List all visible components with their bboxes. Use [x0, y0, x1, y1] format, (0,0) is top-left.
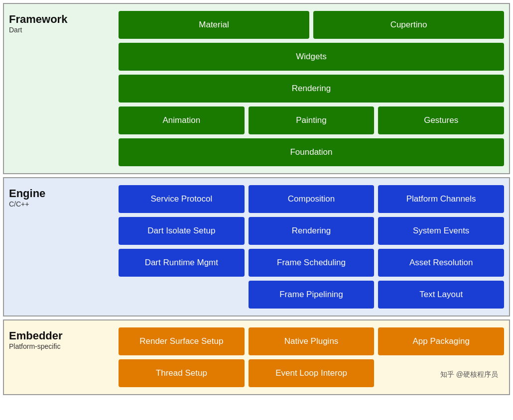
button-row: Service ProtocolCompositionPlatform Chan… [119, 185, 504, 213]
layer-button[interactable]: Dart Isolate Setup [119, 217, 245, 245]
framework-section: Framework Dart MaterialCupertinoWidgetsR… [3, 3, 510, 174]
layer-button[interactable]: Thread Setup [119, 359, 245, 387]
button-row: MaterialCupertino [119, 11, 504, 39]
button-row: Dart Isolate SetupRenderingSystem Events [119, 217, 504, 245]
engine-section: Engine C/C++ Service ProtocolComposition… [3, 177, 510, 316]
engine-label: Engine C/C++ [9, 185, 114, 208]
embedder-label: Embedder Platform-specific [9, 327, 114, 350]
layer-button[interactable]: Frame Pipelining [249, 281, 375, 309]
layer-button[interactable]: Frame Scheduling [249, 249, 375, 277]
layer-button[interactable]: Service Protocol [119, 185, 245, 213]
embedder-section: Embedder Platform-specific Render Surfac… [3, 319, 510, 395]
framework-label: Framework Dart [9, 11, 114, 34]
layer-button[interactable]: Asset Resolution [378, 249, 504, 277]
framework-content: MaterialCupertinoWidgetsRenderingAnimati… [119, 11, 504, 166]
button-row: Render Surface SetupNative PluginsApp Pa… [119, 327, 504, 355]
layer-button[interactable]: App Packaging [378, 327, 504, 355]
engine-subtitle: C/C++ [9, 200, 114, 208]
layer-button[interactable]: Dart Runtime Mgmt [119, 249, 245, 277]
button-row: Rendering [119, 75, 504, 103]
layer-button[interactable]: Foundation [119, 138, 504, 166]
framework-title: Framework [9, 13, 114, 26]
embedder-title: Embedder [9, 329, 114, 342]
layer-button[interactable]: Widgets [119, 43, 504, 71]
layer-button[interactable]: Platform Channels [378, 185, 504, 213]
button-row: Dart Runtime MgmtFrame SchedulingAsset R… [119, 249, 504, 277]
layer-button[interactable]: Composition [249, 185, 375, 213]
button-row: AnimationPaintingGestures [119, 106, 504, 134]
button-row: Widgets [119, 43, 504, 71]
layer-button[interactable]: Native Plugins [249, 327, 375, 355]
engine-content: Service ProtocolCompositionPlatform Chan… [119, 185, 504, 309]
framework-subtitle: Dart [9, 26, 114, 34]
layer-button[interactable]: Cupertino [313, 11, 504, 39]
layer-button[interactable]: Rendering [249, 217, 375, 245]
layer-button[interactable]: Animation [119, 106, 245, 134]
button-row: Foundation [119, 138, 504, 166]
layer-button[interactable]: Text Layout [378, 281, 504, 309]
layer-button[interactable]: Gestures [378, 106, 504, 134]
layer-button[interactable]: Painting [249, 106, 375, 134]
layer-button[interactable]: Material [119, 11, 309, 39]
embedder-subtitle: Platform-specific [9, 342, 114, 350]
layer-button[interactable]: Render Surface Setup [119, 327, 245, 355]
engine-title: Engine [9, 187, 114, 200]
layer-button[interactable]: Rendering [119, 75, 504, 103]
layer-button[interactable]: Event Loop Interop [249, 359, 375, 387]
watermark: 知乎 @硬核程序员 [440, 370, 498, 379]
layer-button[interactable]: System Events [378, 217, 504, 245]
button-row: Frame PipeliningText Layout [119, 281, 504, 309]
